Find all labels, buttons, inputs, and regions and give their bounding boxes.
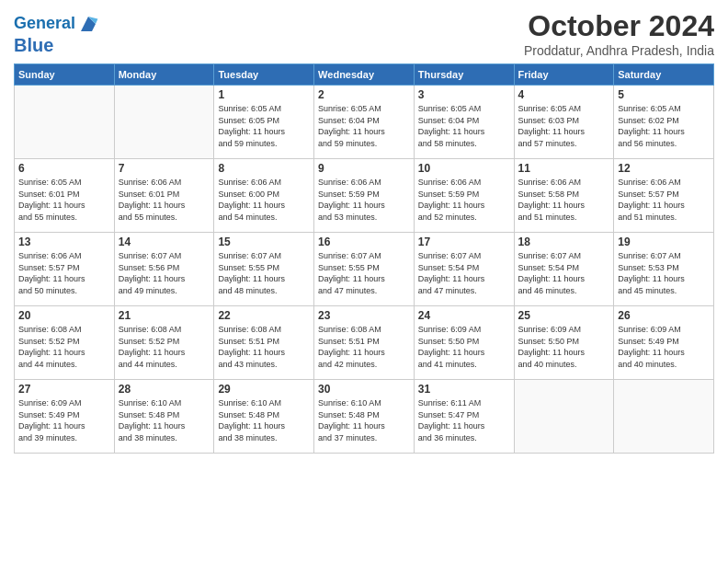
day-cell: 19Sunrise: 6:07 AM Sunset: 5:53 PM Dayli… [614,233,714,306]
day-info: Sunrise: 6:08 AM Sunset: 5:52 PM Dayligh… [119,324,210,370]
day-number: 5 [618,88,710,101]
day-info: Sunrise: 6:06 AM Sunset: 5:59 PM Dayligh… [318,177,410,223]
day-info: Sunrise: 6:10 AM Sunset: 5:48 PM Dayligh… [218,397,310,443]
header-row: Sunday Monday Tuesday Wednesday Thursday… [15,64,714,86]
day-cell: 2Sunrise: 6:05 AM Sunset: 6:04 PM Daylig… [314,86,415,159]
day-info: Sunrise: 6:06 AM Sunset: 6:00 PM Dayligh… [218,177,310,223]
day-info: Sunrise: 6:05 AM Sunset: 6:04 PM Dayligh… [418,103,510,149]
logo-text-general: General [14,15,75,33]
day-number: 3 [418,88,510,101]
day-number: 19 [618,236,710,248]
day-info: Sunrise: 6:05 AM Sunset: 6:03 PM Dayligh… [518,103,610,149]
day-cell: 25Sunrise: 6:09 AM Sunset: 5:50 PM Dayli… [514,306,614,380]
col-tuesday: Tuesday [214,64,314,86]
day-cell: 26Sunrise: 6:09 AM Sunset: 5:49 PM Dayli… [614,306,714,380]
day-cell: 9Sunrise: 6:06 AM Sunset: 5:59 PM Daylig… [314,159,415,233]
day-cell: 14Sunrise: 6:07 AM Sunset: 5:56 PM Dayli… [114,233,214,306]
day-info: Sunrise: 6:06 AM Sunset: 5:57 PM Dayligh… [18,250,110,296]
day-info: Sunrise: 6:07 AM Sunset: 5:55 PM Dayligh… [318,250,410,296]
day-info: Sunrise: 6:05 AM Sunset: 6:04 PM Dayligh… [318,103,410,149]
day-info: Sunrise: 6:10 AM Sunset: 5:48 PM Dayligh… [119,397,210,443]
day-number: 27 [18,383,110,396]
day-number: 14 [119,236,210,248]
day-info: Sunrise: 6:05 AM Sunset: 6:05 PM Dayligh… [218,103,310,149]
day-cell: 1Sunrise: 6:05 AM Sunset: 6:05 PM Daylig… [214,86,314,159]
day-number: 11 [518,162,610,175]
day-number: 6 [18,162,110,175]
logo: General Blue [14,13,99,55]
day-number: 22 [218,309,310,322]
day-cell: 18Sunrise: 6:07 AM Sunset: 5:54 PM Dayli… [514,233,614,306]
day-number: 13 [18,236,110,248]
day-info: Sunrise: 6:07 AM Sunset: 5:54 PM Dayligh… [518,250,610,296]
day-number: 29 [218,383,310,396]
calendar-page: General Blue October 2024 Proddatur, And… [0,0,728,563]
day-cell: 28Sunrise: 6:10 AM Sunset: 5:48 PM Dayli… [114,380,214,454]
day-cell: 15Sunrise: 6:07 AM Sunset: 5:55 PM Dayli… [214,233,314,306]
col-saturday: Saturday [614,64,714,86]
day-cell [514,380,614,454]
day-cell: 22Sunrise: 6:08 AM Sunset: 5:51 PM Dayli… [214,306,314,380]
col-monday: Monday [114,64,214,86]
col-thursday: Thursday [414,64,514,86]
day-number: 28 [119,383,210,396]
day-cell [614,380,714,454]
day-cell: 29Sunrise: 6:10 AM Sunset: 5:48 PM Dayli… [214,380,314,454]
day-info: Sunrise: 6:09 AM Sunset: 5:49 PM Dayligh… [618,324,710,370]
day-number: 31 [418,383,510,396]
day-cell: 13Sunrise: 6:06 AM Sunset: 5:57 PM Dayli… [15,233,115,306]
day-number: 21 [119,309,210,322]
day-cell: 31Sunrise: 6:11 AM Sunset: 5:47 PM Dayli… [414,380,514,454]
day-info: Sunrise: 6:07 AM Sunset: 5:54 PM Dayligh… [418,250,510,296]
day-cell: 27Sunrise: 6:09 AM Sunset: 5:49 PM Dayli… [15,380,115,454]
day-cell: 17Sunrise: 6:07 AM Sunset: 5:54 PM Dayli… [414,233,514,306]
day-number: 16 [318,236,410,248]
day-number: 25 [518,309,610,322]
day-info: Sunrise: 6:07 AM Sunset: 5:53 PM Dayligh… [618,250,710,296]
day-cell: 11Sunrise: 6:06 AM Sunset: 5:58 PM Dayli… [514,159,614,233]
day-cell: 8Sunrise: 6:06 AM Sunset: 6:00 PM Daylig… [214,159,314,233]
col-friday: Friday [514,64,614,86]
day-cell [15,86,115,159]
day-cell [114,86,214,159]
week-row-3: 13Sunrise: 6:06 AM Sunset: 5:57 PM Dayli… [15,233,714,306]
day-cell: 30Sunrise: 6:10 AM Sunset: 5:48 PM Dayli… [314,380,415,454]
day-number: 1 [218,88,310,101]
day-number: 23 [318,309,410,322]
day-number: 24 [418,309,510,322]
day-info: Sunrise: 6:06 AM Sunset: 6:01 PM Dayligh… [119,177,210,223]
day-number: 8 [218,162,310,175]
week-row-2: 6Sunrise: 6:05 AM Sunset: 6:01 PM Daylig… [15,159,714,233]
day-cell: 20Sunrise: 6:08 AM Sunset: 5:52 PM Dayli… [15,306,115,380]
day-number: 30 [318,383,410,396]
day-info: Sunrise: 6:09 AM Sunset: 5:50 PM Dayligh… [418,324,510,370]
day-number: 17 [418,236,510,248]
day-number: 2 [318,88,410,101]
day-number: 18 [518,236,610,248]
logo-icon [77,13,99,35]
day-cell: 3Sunrise: 6:05 AM Sunset: 6:04 PM Daylig… [414,86,514,159]
col-sunday: Sunday [15,64,115,86]
week-row-5: 27Sunrise: 6:09 AM Sunset: 5:49 PM Dayli… [15,380,714,454]
day-cell: 10Sunrise: 6:06 AM Sunset: 5:59 PM Dayli… [414,159,514,233]
day-info: Sunrise: 6:09 AM Sunset: 5:50 PM Dayligh… [518,324,610,370]
logo-text-blue: Blue [14,35,53,55]
day-number: 15 [218,236,310,248]
day-info: Sunrise: 6:08 AM Sunset: 5:51 PM Dayligh… [318,324,410,370]
day-info: Sunrise: 6:06 AM Sunset: 5:58 PM Dayligh… [518,177,610,223]
day-info: Sunrise: 6:06 AM Sunset: 5:57 PM Dayligh… [618,177,710,223]
day-number: 12 [618,162,710,175]
day-number: 20 [18,309,110,322]
header: General Blue October 2024 Proddatur, And… [14,9,714,58]
day-cell: 7Sunrise: 6:06 AM Sunset: 6:01 PM Daylig… [114,159,214,233]
day-cell: 4Sunrise: 6:05 AM Sunset: 6:03 PM Daylig… [514,86,614,159]
day-info: Sunrise: 6:10 AM Sunset: 5:48 PM Dayligh… [318,397,410,443]
day-number: 4 [518,88,610,101]
day-info: Sunrise: 6:05 AM Sunset: 6:01 PM Dayligh… [18,177,110,223]
day-cell: 24Sunrise: 6:09 AM Sunset: 5:50 PM Dayli… [414,306,514,380]
day-number: 7 [119,162,210,175]
day-number: 9 [318,162,410,175]
day-cell: 16Sunrise: 6:07 AM Sunset: 5:55 PM Dayli… [314,233,415,306]
day-cell: 6Sunrise: 6:05 AM Sunset: 6:01 PM Daylig… [15,159,115,233]
day-info: Sunrise: 6:09 AM Sunset: 5:49 PM Dayligh… [18,397,110,443]
